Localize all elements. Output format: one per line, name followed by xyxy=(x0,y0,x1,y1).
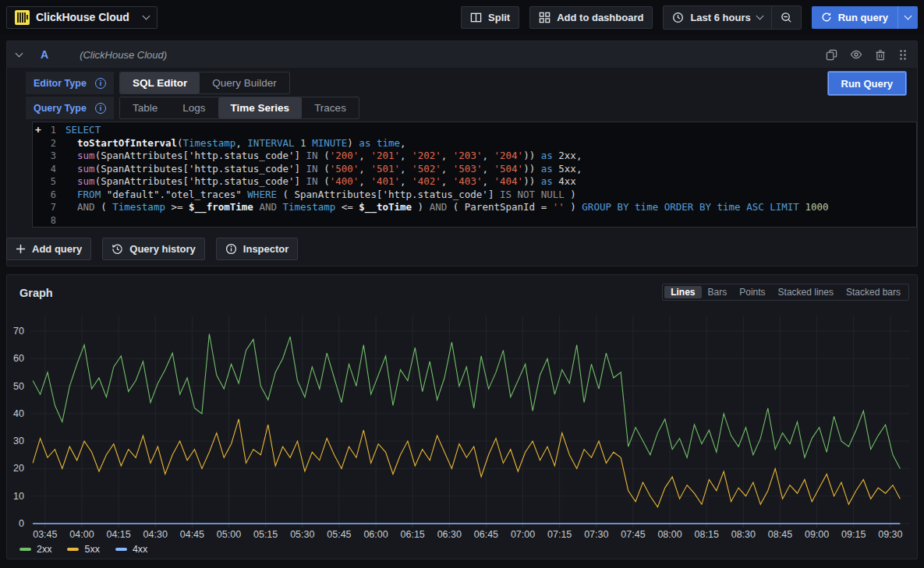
run-query-dropdown-button[interactable] xyxy=(897,6,918,29)
legend-color-chip xyxy=(115,548,127,551)
datasource-name: ClickHouse Cloud xyxy=(36,11,137,23)
svg-text:06:30: 06:30 xyxy=(437,529,462,540)
toggle-visibility-button[interactable] xyxy=(850,48,862,61)
svg-text:10: 10 xyxy=(13,491,24,502)
svg-text:08:15: 08:15 xyxy=(695,529,719,540)
timeseries-chart[interactable]: 01020304050607003:4504:0004:1504:3004:45… xyxy=(7,306,917,540)
info-icon[interactable]: i xyxy=(95,78,106,89)
code-text: AND ( Timestamp >= $__fromTime AND Times… xyxy=(65,201,916,214)
tab-time-series[interactable]: Time Series xyxy=(218,97,303,118)
svg-text:03:45: 03:45 xyxy=(33,529,57,540)
tab-sql-editor[interactable]: SQL Editor xyxy=(120,72,200,93)
add-to-dashboard-button[interactable]: Add to dashboard xyxy=(529,6,653,29)
query-type-label: Query Type i xyxy=(26,97,114,119)
legend-item-5xx[interactable]: 5xx xyxy=(67,544,99,555)
display-mode-group: LinesBarsPointsStacked linesStacked bars xyxy=(662,284,909,301)
add-query-button[interactable]: Add query xyxy=(6,238,91,260)
info-icon[interactable]: i xyxy=(95,103,106,114)
query-history-button[interactable]: Query history xyxy=(102,238,205,260)
code-gutter: +3 xyxy=(33,150,65,163)
run-query-topbar-button[interactable]: Run query xyxy=(812,6,897,29)
duplicate-query-button[interactable] xyxy=(826,49,837,61)
sql-editor[interactable]: +1SELECT+2 toStartOfInterval(Timestamp, … xyxy=(32,122,917,228)
collapse-chevron-icon[interactable] xyxy=(16,50,23,58)
svg-text:0: 0 xyxy=(19,518,24,529)
svg-text:09:15: 09:15 xyxy=(841,529,866,540)
editor-type-row: Editor Type i SQL EditorQuery Builder xyxy=(26,72,290,94)
drag-handle[interactable] xyxy=(898,49,908,61)
tab-table[interactable]: Table xyxy=(120,97,170,118)
tab-traces[interactable]: Traces xyxy=(302,97,359,118)
legend-label: 5xx xyxy=(84,544,99,555)
svg-text:06:45: 06:45 xyxy=(474,529,498,540)
display-mode-option-points[interactable]: Points xyxy=(733,286,771,298)
inspector-label: Inspector xyxy=(243,243,289,255)
inspector-button[interactable]: Inspector xyxy=(216,238,299,260)
tab-query-builder[interactable]: Query Builder xyxy=(200,72,289,93)
code-text: sum(SpanAttributes['http.status_code'] I… xyxy=(65,175,916,189)
run-query-button[interactable]: Run Query xyxy=(828,72,906,95)
sync-icon xyxy=(821,12,832,23)
svg-text:04:00: 04:00 xyxy=(69,529,94,540)
query-history-label: Query history xyxy=(129,243,196,255)
query-panel: A (ClickHouse Cloud) Editor Type i SQL E… xyxy=(6,41,918,266)
grid-icon xyxy=(539,12,551,23)
delete-query-button[interactable] xyxy=(875,49,886,61)
run-query-split-button: Run query xyxy=(812,6,918,29)
time-range-button[interactable]: Last 6 hours xyxy=(664,6,770,29)
svg-text:04:30: 04:30 xyxy=(143,529,168,540)
code-line[interactable]: +6 FROM "default"."otel_traces" WHERE ( … xyxy=(33,189,916,202)
split-button[interactable]: Split xyxy=(461,6,519,29)
query-header-actions xyxy=(826,48,908,61)
display-mode-option-lines[interactable]: Lines xyxy=(664,286,701,298)
add-to-dashboard-label: Add to dashboard xyxy=(557,12,643,23)
display-mode-option-stacked-lines[interactable]: Stacked lines xyxy=(772,286,840,298)
code-line[interactable]: +5 sum(SpanAttributes['http.status_code'… xyxy=(33,175,916,189)
svg-text:70: 70 xyxy=(13,326,24,337)
code-text: FROM "default"."otel_traces" WHERE ( Spa… xyxy=(65,189,916,202)
editor-type-tabs: SQL EditorQuery Builder xyxy=(119,72,290,94)
eye-icon xyxy=(850,48,862,61)
plus-icon xyxy=(16,244,26,254)
legend-color-chip xyxy=(19,548,31,551)
clock-icon xyxy=(672,12,684,23)
tab-logs[interactable]: Logs xyxy=(170,97,218,118)
topbar-actions: Split Add to dashboard Last 6 hours Run … xyxy=(461,5,918,30)
zoom-out-button[interactable] xyxy=(771,6,801,29)
code-line[interactable]: +8 xyxy=(33,214,916,228)
query-type-row: Query Type i TableLogsTime SeriesTraces xyxy=(26,97,359,119)
code-text: sum(SpanAttributes['http.status_code'] I… xyxy=(65,163,916,176)
display-mode-option-stacked-bars[interactable]: Stacked bars xyxy=(840,286,907,298)
svg-text:05:30: 05:30 xyxy=(290,529,314,540)
svg-text:07:30: 07:30 xyxy=(584,529,608,540)
legend-item-2xx[interactable]: 2xx xyxy=(19,544,51,555)
code-text: sum(SpanAttributes['http.status_code'] I… xyxy=(65,150,916,163)
topbar: ClickHouse Cloud Split Add to dashboard … xyxy=(0,0,924,34)
code-line[interactable]: +3 sum(SpanAttributes['http.status_code'… xyxy=(33,150,916,163)
code-line[interactable]: +2 toStartOfInterval(Timestamp, INTERVAL… xyxy=(33,137,916,150)
code-gutter: +1 xyxy=(33,124,65,137)
svg-text:08:45: 08:45 xyxy=(768,529,792,540)
add-query-label: Add query xyxy=(32,243,82,255)
datasource-picker[interactable]: ClickHouse Cloud xyxy=(6,6,158,29)
code-line[interactable]: +4 sum(SpanAttributes['http.status_code'… xyxy=(33,163,916,176)
svg-text:09:00: 09:00 xyxy=(805,529,829,540)
graph-panel: Graph LinesBarsPointsStacked linesStacke… xyxy=(6,274,918,559)
query-header: A (ClickHouse Cloud) xyxy=(7,41,917,68)
split-icon xyxy=(470,12,482,23)
legend-item-4xx[interactable]: 4xx xyxy=(115,544,147,555)
code-text xyxy=(65,214,916,228)
line-number: 8 xyxy=(44,214,65,228)
code-line[interactable]: +7 AND ( Timestamp >= $__fromTime AND Ti… xyxy=(33,201,916,214)
code-line[interactable]: +1SELECT xyxy=(33,124,916,137)
split-label: Split xyxy=(488,12,510,23)
chart-legend: 2xx5xx4xx xyxy=(19,544,147,555)
svg-text:07:15: 07:15 xyxy=(547,529,572,540)
display-mode-option-bars[interactable]: Bars xyxy=(702,286,734,298)
history-icon xyxy=(112,243,123,255)
line-number: 4 xyxy=(44,163,65,176)
svg-text:20: 20 xyxy=(13,463,24,474)
svg-text:04:15: 04:15 xyxy=(106,529,130,540)
graph-title: Graph xyxy=(19,287,53,299)
zoom-out-icon xyxy=(781,12,792,23)
